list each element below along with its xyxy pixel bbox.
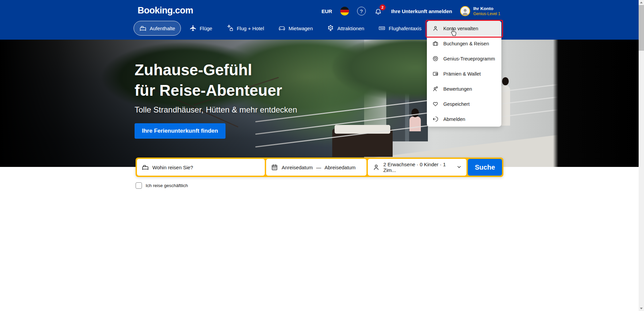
menu-item-label: Konto verwalten (443, 26, 478, 31)
tab-label: Flüge (200, 26, 212, 31)
hero-copy: Zuhause-Gefühl für Reise-Abenteuer Tolle… (135, 60, 297, 115)
occupancy-value: 2 Erwachsene · 0 Kinder · 1 Zim... (383, 162, 453, 173)
main-nav: Aufenthalte Flüge Flug + Hotel (134, 21, 427, 36)
tab-attraktionen[interactable]: Attraktionen (321, 21, 370, 36)
hero-photo (0, 40, 639, 167)
tab-fluege[interactable]: Flüge (184, 21, 218, 36)
search-bar: Wohin reisen Sie? Anreisedatum — Abreise… (136, 158, 503, 177)
help-icon[interactable]: ? (357, 7, 366, 15)
menu-item-konto-verwalten[interactable]: Konto verwalten (427, 21, 501, 36)
german-flag-icon[interactable] (340, 7, 349, 15)
tab-label: Flug + Hotel (237, 26, 264, 31)
tab-mietwagen[interactable]: Mietwagen (273, 21, 319, 36)
scrollbar-down-arrow[interactable] (639, 306, 644, 311)
notification-badge: 2 (380, 4, 386, 10)
tab-label: Mietwagen (289, 26, 313, 31)
menu-item-label: Genius-Treueprogramm (443, 56, 495, 61)
find-holiday-home-button[interactable]: Ihre Ferienunterkunft finden (135, 123, 226, 139)
briefcase-icon (432, 40, 439, 47)
booking-home-page: Booking.com EUR ? 2 Ihre Unterkunft anme… (0, 0, 644, 311)
hero-title-line1: Zuhause-Gefühl (135, 60, 297, 80)
dates-input[interactable]: Anreisedatum — Abreisedatum (266, 159, 366, 176)
list-property-link[interactable]: Ihre Unterkunft anmelden (391, 8, 452, 14)
signout-icon (432, 116, 439, 122)
avatar (460, 6, 470, 16)
scrollbar-up-arrow[interactable] (639, 0, 644, 5)
tab-flug-hotel[interactable]: Flug + Hotel (220, 21, 269, 36)
hero-subtitle: Tolle Strandhäuser, Hütten & mehr entdec… (135, 105, 297, 115)
genius-icon (432, 55, 439, 62)
date-separator: — (316, 165, 321, 170)
notifications-button[interactable]: 2 (374, 6, 383, 16)
header-actions: EUR ? 2 Ihre Unterkunft anmelden (321, 3, 500, 19)
booking-logo[interactable]: Booking.com (138, 5, 193, 16)
ferris-wheel-icon (327, 25, 334, 32)
plane-icon (189, 25, 197, 32)
menu-item-label: Abmelden (443, 117, 465, 122)
business-travel-checkbox[interactable] (136, 182, 142, 189)
checkout-label: Abreisedatum (325, 165, 356, 170)
menu-item-label: Gespeichert (443, 101, 469, 107)
svg-text:TAXI: TAXI (380, 27, 384, 29)
wallet-icon (432, 71, 439, 77)
destination-placeholder: Wohin reisen Sie? (152, 165, 193, 170)
menu-item-genius-treueprogramm[interactable]: Genius-Treueprogramm (427, 51, 501, 66)
account-dropdown-menu: Konto verwalten Buchungen & Reisen Geniu… (427, 21, 501, 127)
header: Booking.com EUR ? 2 Ihre Unterkunft anme… (0, 0, 644, 40)
tab-label: Flughafentaxis (389, 26, 422, 31)
tab-label: Aufenthalte (150, 26, 175, 31)
occupancy-selector[interactable]: 2 Erwachsene · 0 Kinder · 1 Zim... (368, 159, 466, 176)
account-button[interactable]: Ihr Konto Genius-Level 1 (460, 6, 500, 16)
business-travel-label: Ich reise geschäftlich (146, 183, 188, 188)
person-silhouette-icon (461, 7, 469, 15)
account-name: Ihr Konto (473, 6, 500, 11)
tab-aufenthalte[interactable]: Aufenthalte (134, 21, 181, 36)
taxi-icon: TAXI (378, 25, 386, 32)
tab-flughafentaxis[interactable]: TAXI Flughafentaxis (373, 21, 427, 36)
menu-item-abmelden[interactable]: Abmelden (427, 112, 501, 127)
tab-label: Attraktionen (337, 26, 364, 31)
genius-level: Genius-Level 1 (473, 11, 500, 16)
bed-icon (142, 164, 149, 171)
calendar-icon (271, 164, 278, 171)
bed-icon (139, 25, 147, 32)
destination-input[interactable]: Wohin reisen Sie? (137, 159, 265, 176)
flight-hotel-icon (226, 25, 234, 32)
heart-icon (432, 101, 439, 107)
hero-dark-scrim (0, 40, 639, 167)
scrollbar-thumb[interactable] (639, 5, 644, 51)
car-icon (278, 25, 286, 32)
checkin-label: Anreisedatum (282, 165, 313, 170)
scrollbar[interactable] (639, 0, 644, 311)
hero-title-line2: für Reise-Abenteuer (135, 80, 297, 101)
person-icon (432, 25, 439, 32)
menu-item-gespeichert[interactable]: Gespeichert (427, 96, 501, 112)
menu-item-label: Prämien & Wallet (443, 71, 481, 77)
person-icon (373, 164, 380, 171)
account-text: Ihr Konto Genius-Level 1 (473, 6, 500, 16)
reviews-icon (432, 86, 439, 92)
hero-title: Zuhause-Gefühl für Reise-Abenteuer (135, 60, 297, 101)
menu-item-label: Bewertungen (443, 86, 472, 92)
chevron-down-icon (456, 164, 462, 171)
currency-selector[interactable]: EUR (321, 8, 332, 14)
search-button[interactable]: Suche (468, 159, 502, 176)
menu-item-bewertungen[interactable]: Bewertungen (427, 81, 501, 96)
business-travel-row: Ich reise geschäftlich (136, 182, 188, 189)
menu-item-label: Buchungen & Reisen (443, 41, 489, 46)
menu-item-buchungen-reisen[interactable]: Buchungen & Reisen (427, 36, 501, 51)
menu-item-praemien-wallet[interactable]: Prämien & Wallet (427, 66, 501, 81)
